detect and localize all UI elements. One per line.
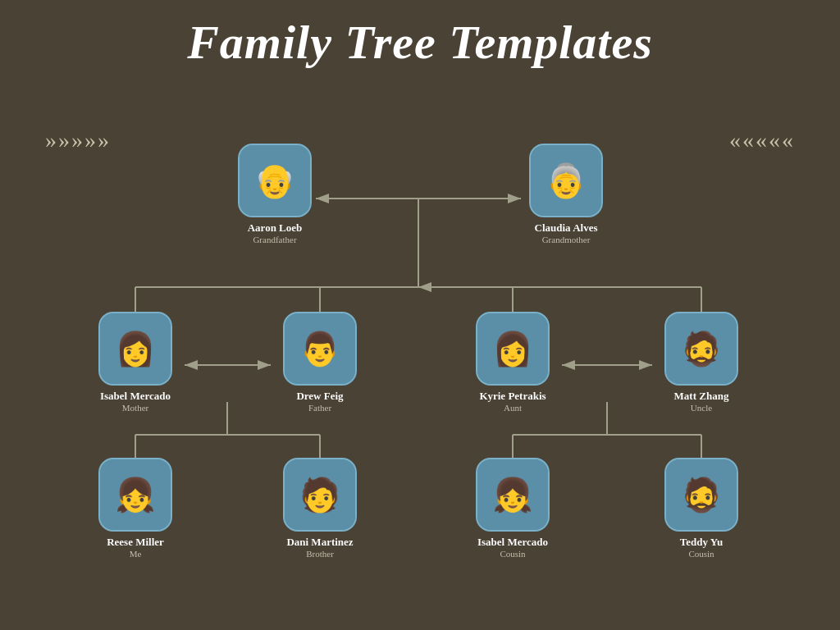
person-drew: 👨 Drew Feig Father [275, 312, 365, 413]
photo-claudia: 👵 [529, 144, 603, 217]
name-dani: Dani Martinez [286, 536, 353, 549]
name-kyrie: Kyrie Petrakis [479, 390, 546, 403]
person-aaron: 👴 Aaron Loeb Grandfather [230, 144, 320, 244]
name-isabel-cous: Isabel Mercado [477, 536, 548, 549]
name-teddy: Teddy Yu [680, 536, 723, 549]
role-isabel-mom: Mother [122, 403, 148, 413]
role-isabel-cous: Cousin [500, 549, 525, 559]
role-drew: Father [308, 403, 331, 413]
photo-kyrie: 👩 [476, 312, 550, 386]
person-reese: 👧 Reese Miller Me [90, 458, 180, 559]
name-matt: Matt Zhang [674, 390, 729, 403]
name-aaron: Aaron Loeb [248, 221, 303, 235]
person-teddy: 🧔 Teddy Yu Cousin [656, 458, 746, 559]
role-matt: Uncle [691, 403, 712, 413]
photo-isabel-cous: 👧 [476, 458, 550, 532]
role-teddy: Cousin [688, 549, 714, 559]
chevron-left-icon: »»»»» [45, 127, 111, 153]
photo-aaron: 👴 [238, 144, 312, 217]
photo-reese: 👧 [98, 458, 172, 532]
role-kyrie: Aunt [504, 403, 522, 413]
person-claudia: 👵 Claudia Alves Grandmother [521, 144, 611, 244]
person-isabel-mom: 👩 Isabel Mercado Mother [90, 312, 180, 413]
page-title: Family Tree Templates [0, 0, 840, 70]
role-claudia: Grandmother [542, 235, 591, 244]
name-isabel-mom: Isabel Mercado [100, 390, 171, 403]
name-claudia: Claudia Alves [535, 221, 598, 235]
photo-teddy: 🧔 [664, 458, 738, 532]
person-matt: 🧔 Matt Zhang Uncle [656, 312, 746, 413]
photo-isabel-mom: 👩 [98, 312, 172, 386]
photo-matt: 🧔 [664, 312, 738, 386]
name-drew: Drew Feig [296, 390, 343, 403]
person-isabel-cous: 👧 Isabel Mercado Cousin [468, 458, 558, 559]
chevron-right-icon: ««««« [729, 127, 795, 153]
photo-drew: 👨 [283, 312, 357, 386]
role-aaron: Grandfather [253, 235, 296, 244]
role-dani: Brother [306, 549, 334, 559]
name-reese: Reese Miller [107, 536, 164, 549]
person-dani: 🧑 Dani Martinez Brother [275, 458, 365, 559]
person-kyrie: 👩 Kyrie Petrakis Aunt [468, 312, 558, 413]
photo-dani: 🧑 [283, 458, 357, 532]
role-reese: Me [130, 549, 142, 559]
